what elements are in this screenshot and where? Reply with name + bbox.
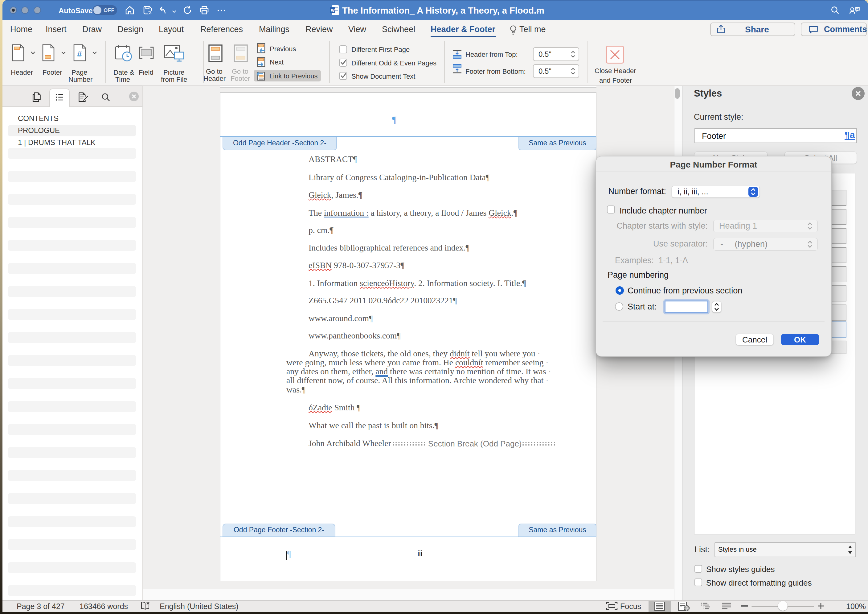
svg-text:W: W [331, 8, 335, 12]
svg-text:#: # [77, 49, 82, 59]
